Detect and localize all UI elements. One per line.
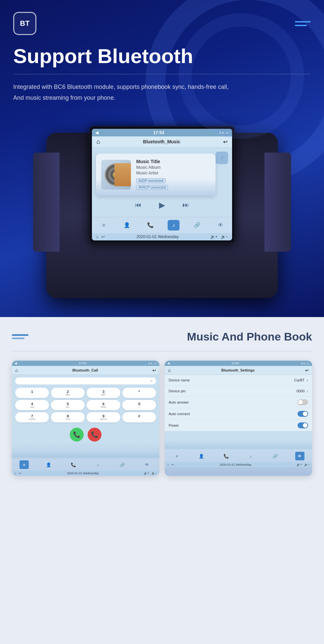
- auto-answer-toggle[interactable]: [298, 399, 308, 405]
- device-pin-chevron[interactable]: ›: [306, 388, 308, 394]
- footer-back-icon[interactable]: ↩: [101, 234, 105, 239]
- next-button[interactable]: ⏭: [181, 200, 191, 210]
- settings-nav-contacts[interactable]: 👤: [197, 452, 206, 460]
- call-footer-date: 2020-01-01 Wednesday: [67, 472, 99, 475]
- settings-screen-title: Bluetooth_Settings: [221, 368, 255, 372]
- dial-key-3[interactable]: 3DEF: [87, 388, 120, 398]
- section-icon-line-1: [12, 334, 28, 336]
- settings-row-device-pin: Device pin 0000 ›: [165, 386, 312, 397]
- album-art: [101, 160, 131, 190]
- call-vol-down[interactable]: 🔊−: [151, 472, 157, 475]
- settings-content: Device name CarBT › Device pin 0000 ›: [165, 375, 312, 431]
- dial-key-9[interactable]: 9WXYZ: [87, 412, 120, 422]
- device-name-value: CarBT: [294, 378, 305, 382]
- dial-key-1[interactable]: 1—: [15, 388, 49, 398]
- settings-row-auto-answer: Auto answer: [165, 397, 312, 408]
- prev-button[interactable]: ⏮: [133, 200, 143, 210]
- dial-key-8[interactable]: 8TUV: [51, 412, 85, 422]
- call-nav-eye[interactable]: 👁: [142, 460, 152, 469]
- settings-nav-link[interactable]: 🔗: [270, 452, 280, 460]
- home-icon[interactable]: ⌂: [97, 138, 100, 145]
- nav-contacts-icon[interactable]: 👤: [121, 220, 133, 231]
- play-button[interactable]: ▶: [157, 200, 167, 210]
- settings-footer-home[interactable]: ⌂: [167, 463, 169, 466]
- call-footer: ⌂ ↩ 2020-01-01 Wednesday 🔊+ 🔊−: [12, 471, 159, 476]
- settings-back-icon[interactable]: ↩: [305, 368, 309, 373]
- settings-nav-eye[interactable]: 👁: [295, 452, 304, 460]
- call-statusbar: ◀ 17:53 ∧∧ ▭: [12, 361, 159, 366]
- nav-link-icon[interactable]: 🔗: [191, 220, 203, 231]
- screen-title: Bluetooth_Music: [143, 139, 181, 144]
- settings-vol-down[interactable]: 🔊−: [304, 463, 309, 466]
- call-nav-link[interactable]: 🔗: [118, 460, 127, 469]
- volume-down-icon[interactable]: 🔊−: [221, 234, 228, 239]
- dial-key-0[interactable]: 0+: [122, 400, 156, 410]
- call-nav-phone[interactable]: 📞: [69, 460, 78, 469]
- dial-key-star[interactable]: *: [122, 388, 156, 398]
- call-navbar: ⌂ Bluetooth_Call ↩: [12, 366, 159, 375]
- call-back-icon[interactable]: ↩: [152, 368, 156, 373]
- settings-nav-menu[interactable]: ≡: [172, 452, 182, 460]
- settings-nav-phone[interactable]: 📞: [222, 452, 231, 460]
- status-icons: ∧∧ ▭: [219, 130, 229, 135]
- nav-phone-icon[interactable]: 📞: [144, 220, 156, 231]
- hamburger-line-2: [295, 25, 307, 26]
- power-toggle[interactable]: [298, 422, 308, 428]
- bt-logo: BT: [13, 12, 36, 35]
- hangup-button[interactable]: 📞: [88, 428, 101, 442]
- nav-bar: ⌂ Bluetooth_Music ↩: [92, 136, 232, 148]
- call-nav-menu[interactable]: ≡: [20, 460, 29, 469]
- call-home-icon[interactable]: ⌂: [15, 368, 18, 373]
- nav-eye-icon[interactable]: 👁: [215, 220, 226, 231]
- settings-bottom-nav: ≡ 👤 📞 ♪ 🔗 👁: [165, 450, 312, 462]
- status-back[interactable]: ◀: [95, 130, 99, 135]
- dial-key-2[interactable]: 2ABC: [51, 388, 85, 398]
- settings-statusbar: ◀ 17:53 ∧∧ ▭: [165, 361, 312, 366]
- wave-decoration: [12, 447, 159, 457]
- dial-key-hash[interactable]: #: [122, 412, 156, 422]
- call-status-back[interactable]: ◀: [15, 362, 17, 365]
- music-info: Music Title Music Album Music Artist A2D…: [136, 159, 210, 191]
- footer-home-icon[interactable]: ⌂: [96, 234, 98, 239]
- dialpad: 1— 2ABC 3DEF * 4GHI 5JKL 6MNO 0+ 7PQRS 8…: [15, 388, 156, 422]
- section-header: Music And Phone Book: [12, 330, 312, 343]
- signal-icon: ∧∧: [219, 130, 224, 135]
- back-icon[interactable]: ↩: [223, 139, 227, 145]
- answer-button[interactable]: 📞: [70, 428, 84, 442]
- call-vol-up[interactable]: 🔊+: [144, 472, 149, 475]
- auto-connect-label: Auto connect: [169, 412, 190, 416]
- power-label: Power: [169, 423, 179, 427]
- settings-home-icon[interactable]: ⌂: [168, 368, 171, 373]
- call-battery-icon: ▭: [154, 362, 157, 365]
- nav-menu-icon[interactable]: ≡: [98, 220, 109, 231]
- music-note-button[interactable]: ♪: [216, 152, 228, 164]
- hamburger-menu[interactable]: [295, 21, 311, 26]
- dial-key-7[interactable]: 7PQRS: [15, 412, 49, 422]
- hero-divider: [13, 74, 311, 74]
- hero-title: Support Bluetooth: [13, 45, 311, 67]
- dial-key-5[interactable]: 5JKL: [51, 400, 85, 410]
- call-nav-contacts[interactable]: 👤: [44, 460, 53, 469]
- call-status-time: 17:53: [79, 362, 86, 365]
- call-footer-home[interactable]: ⌂: [15, 472, 16, 475]
- clear-icon[interactable]: ✕: [150, 379, 153, 383]
- hamburger-line-1: [295, 21, 311, 22]
- settings-vol-up[interactable]: 🔊+: [297, 463, 302, 466]
- car-left-panel: [33, 153, 60, 252]
- nav-music-icon[interactable]: ♪: [168, 220, 180, 231]
- settings-nav-music[interactable]: ♪: [246, 452, 255, 460]
- settings-footer: ⌂ ↩ 2020-01-01 Wednesday 🔊+ 🔊−: [165, 462, 312, 467]
- settings-status-time: 17:53: [231, 362, 239, 365]
- device-name-chevron[interactable]: ›: [306, 377, 308, 383]
- hero-header: BT: [13, 12, 311, 35]
- call-search-bar[interactable]: ✕: [15, 377, 156, 384]
- call-footer-back[interactable]: ↩: [19, 472, 21, 475]
- settings-battery-icon: ▭: [306, 362, 309, 365]
- auto-connect-toggle[interactable]: [298, 411, 308, 417]
- call-nav-music[interactable]: ♪: [93, 460, 102, 469]
- dial-key-4[interactable]: 4GHI: [15, 400, 49, 410]
- settings-status-back[interactable]: ◀: [167, 362, 170, 365]
- dial-key-6[interactable]: 6MNO: [87, 400, 120, 410]
- settings-footer-back[interactable]: ↩: [172, 463, 174, 466]
- volume-up-icon[interactable]: 🔊+: [210, 234, 218, 239]
